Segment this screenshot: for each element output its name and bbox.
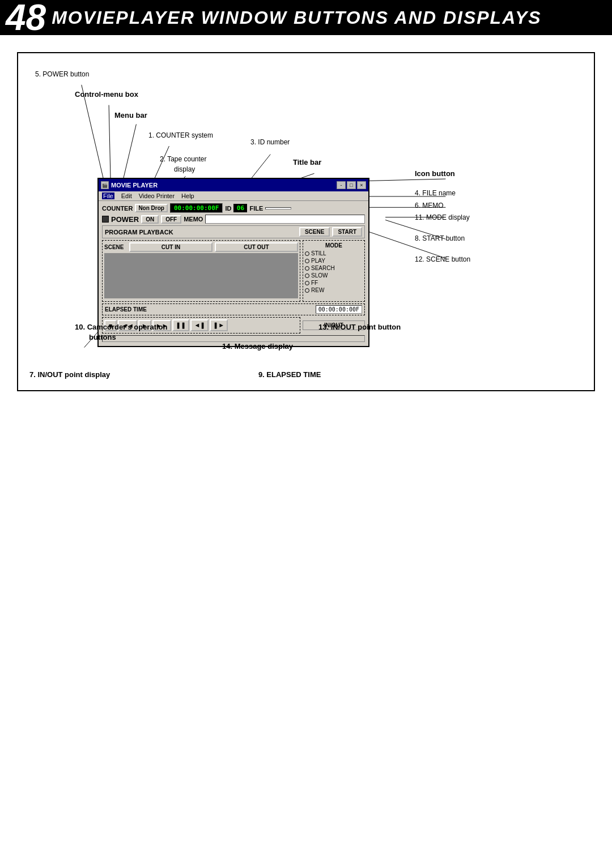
minimize-button[interactable]: - [337,181,346,189]
start-button[interactable]: START [332,227,362,237]
svg-line-7 [357,179,446,181]
on-button[interactable]: ON [141,215,159,224]
label-control-menu: Control-menu box [75,90,138,99]
tape-counter-display: 00:00:00:00F [170,203,223,213]
label-area: 5. POWER button Control-menu box Menu ba… [29,65,583,359]
menu-file[interactable]: File [102,193,114,199]
step-forward-button[interactable]: ❚► [210,319,228,331]
diagram-container: 5. POWER button Control-menu box Menu ba… [17,52,595,391]
label-tape-counter-b: display [174,165,195,173]
label-power-button: 5. POWER button [35,70,89,78]
menu-edit[interactable]: Edit [121,193,132,199]
mode-rew-label: REW [311,287,324,293]
label-start-button: 8. START button [415,234,465,242]
power-square [102,216,109,223]
power-label: POWER [111,215,139,224]
player-title: MOVIE PLAYER [111,182,158,189]
page-title: MOVIEPLAYER WINDOW BUTTONS AND DISPLAYS [52,7,541,28]
svg-line-1 [109,105,110,179]
close-button[interactable]: × [357,181,366,189]
label-counter-system: 1. COUNTER system [148,131,213,139]
label-in-out-display: 7. IN/OUT point display [29,370,110,379]
player-titlebar: 🎬 MOVIE PLAYER - □ × [99,179,368,191]
svg-line-0 [82,85,104,179]
video-area [104,253,298,298]
label-message-display: 14. Message display [222,342,293,350]
page-header: 48 MOVIEPLAYER WINDOW BUTTONS AND DISPLA… [0,0,612,35]
label-memo: 6. MEMO [415,202,444,209]
player-window: 🎬 MOVIE PLAYER - □ × File Edit Video Pri… [97,178,369,347]
program-row: PROGRAM PLAYBACK SCENE START [102,225,365,238]
radio-search[interactable] [305,266,309,271]
movie-icon: 🎬 [101,181,109,189]
elapsed-row: ELAPSED TIME 00:00:00:00F [102,303,365,315]
bottom-labels: 7. IN/OUT point display 9. ELAPSED TIME [29,370,583,379]
menu-videoprinter[interactable]: Video Printer [139,193,175,199]
mode-panel: MODE STILL PLAY SEARCH [303,240,365,302]
mode-rew: REW [305,287,363,293]
pause-button[interactable]: ❚❚ [172,319,189,331]
position-slider[interactable] [102,335,365,342]
cut-row: SCENE CUT IN CUT OUT [104,242,298,252]
mode-search: SEARCH [305,265,363,271]
label-icon-button: Icon button [415,169,455,178]
program-label: PROGRAM PLAYBACK [105,229,297,236]
cut-in-button[interactable]: CUT IN [129,242,212,252]
radio-still[interactable] [305,251,309,256]
label-menu-bar: Menu bar [114,111,147,119]
radio-rew[interactable] [305,288,309,293]
main-content: 5. POWER button Control-menu box Menu ba… [0,35,612,403]
maximize-button[interactable]: □ [347,181,356,189]
mode-still-label: STILL [311,250,326,256]
middle-section: SCENE CUT IN CUT OUT MODE STILL [102,240,365,302]
label-tape-counter: 2. Tape counter [160,155,207,163]
left-panel: SCENE CUT IN CUT OUT [102,240,300,302]
memo-display [205,215,365,224]
power-row: POWER ON OFF MEMO [102,215,365,224]
label-elapsed-time: 9. ELAPSED TIME [258,370,321,379]
label-id-number: 3. ID number [250,138,290,146]
scene-button[interactable]: SCENE [299,227,330,237]
scene-label-sm: SCENE [104,244,127,250]
mode-play-label: PLAY [311,258,325,264]
id-display: 06 [233,204,247,212]
menu-help[interactable]: Help [181,193,194,199]
titlebar-left: 🎬 MOVIE PLAYER [101,181,158,189]
label-scene-button: 12. SCENE button [415,255,470,263]
radio-ff[interactable] [305,281,309,285]
counter-label: COUNTER [102,205,133,212]
off-button[interactable]: OFF [161,215,181,224]
label-file-name: 4. FILE name [415,189,456,197]
elapsed-time-value: 00:00:00:00F [316,305,362,314]
page-number: 48 [6,0,46,36]
mode-ff: FF [305,280,363,286]
radio-play[interactable] [305,259,309,263]
step-back-button[interactable]: ◄❚ [190,319,209,331]
counter-row: COUNTER Non Drop 00:00:00:00F ID 06 FILE [102,203,365,213]
mode-label: MODE [305,242,363,249]
label-mode-display: 11. MODE display [415,213,470,221]
mode-play: PLAY [305,258,363,264]
file-display [265,207,291,209]
mode-still: STILL [305,250,363,256]
radio-slow[interactable] [305,273,309,278]
cut-out-button[interactable]: CUT OUT [215,242,298,252]
mode-slow-label: SLOW [311,272,328,279]
mode-search-label: SEARCH [311,265,335,271]
label-camcorder-op: 10. Camcorder's operation [75,323,167,331]
titlebar-right: - □ × [337,181,366,189]
file-label: FILE [249,205,263,212]
mode-slow: SLOW [305,272,363,279]
player-menubar: File Edit Video Printer Help [99,191,368,201]
label-title-bar: Title bar [293,158,321,166]
label-in-out-point-btn: 13. IN/OUT point button [318,323,401,331]
id-label: ID [225,205,231,212]
memo-label: MEMO [184,216,203,223]
elapsed-label: ELAPSED TIME [105,306,313,313]
non-drop-button[interactable]: Non Drop [135,204,168,212]
mode-ff-label: FF [311,280,318,286]
label-camcorder-op-b: buttons [89,333,116,341]
